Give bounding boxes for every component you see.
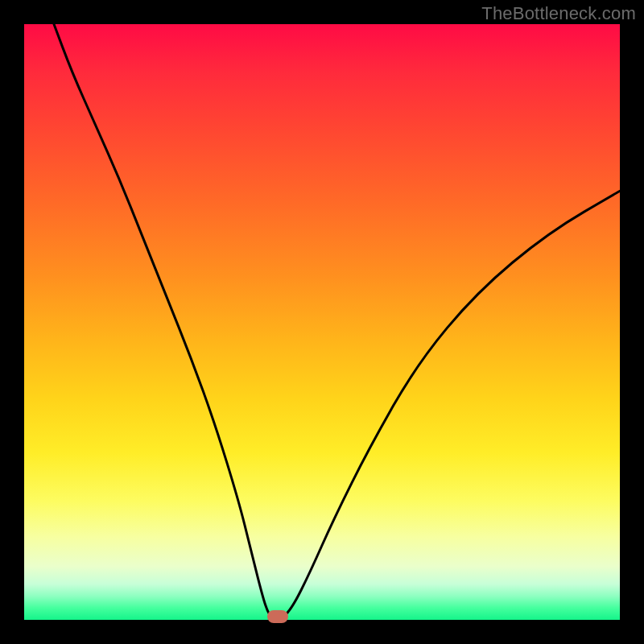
minimum-marker (267, 610, 288, 623)
chart-frame: TheBottleneck.com (0, 0, 644, 644)
curve-svg (24, 24, 620, 620)
bottleneck-curve (54, 24, 620, 620)
watermark-text: TheBottleneck.com (481, 3, 636, 24)
plot-area (24, 24, 620, 620)
